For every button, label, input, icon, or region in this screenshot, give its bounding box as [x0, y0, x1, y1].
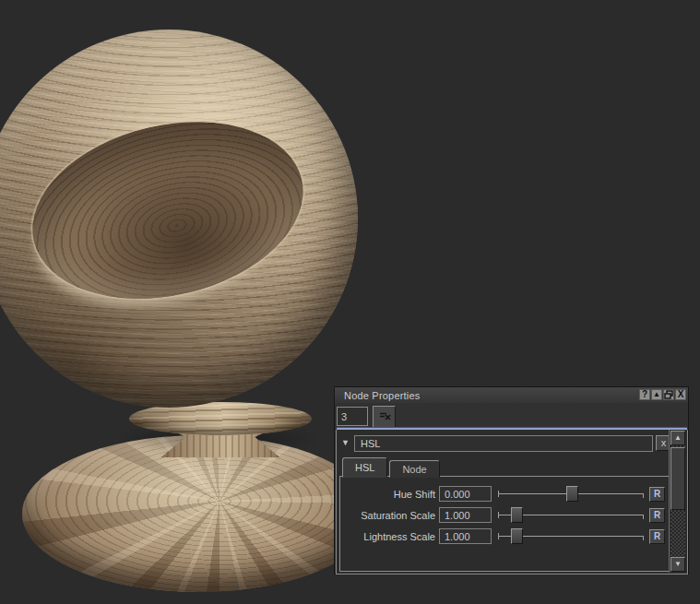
- hue-shift-label: Hue Shift: [340, 489, 435, 500]
- panel-titlebar[interactable]: Node Properties ? ▲ X: [335, 387, 688, 403]
- collapse-up-icon[interactable]: ▲: [651, 389, 662, 400]
- slider-thumb[interactable]: [511, 528, 523, 544]
- lightness-scale-slider[interactable]: [498, 527, 644, 545]
- param-row-saturation-scale: Saturation Scale R: [340, 504, 669, 526]
- hue-shift-reset-button[interactable]: R: [649, 487, 665, 502]
- panel-title: Node Properties: [344, 390, 421, 401]
- preview-sphere-concave-cut: [15, 97, 321, 324]
- node-title-field[interactable]: HSL: [354, 435, 653, 452]
- lightness-scale-reset-button[interactable]: R: [649, 529, 665, 544]
- detach-icon: [378, 410, 391, 424]
- lightness-scale-value-input[interactable]: [439, 528, 492, 544]
- param-row-hue-shift: Hue Shift R: [340, 483, 669, 504]
- scroll-up-icon[interactable]: ▲: [670, 431, 685, 445]
- saturation-scale-slider[interactable]: [498, 506, 644, 524]
- tab-node[interactable]: Node: [389, 460, 439, 478]
- chevron-down-icon[interactable]: ▼: [341, 439, 350, 447]
- node-tabs: HSL Node: [342, 457, 442, 478]
- param-row-lightness-scale: Lightness Scale R: [340, 526, 669, 547]
- titlebar-buttons: ? ▲ X: [639, 389, 686, 400]
- slider-thumb[interactable]: [511, 507, 523, 523]
- node-detach-button[interactable]: [373, 406, 396, 428]
- vertical-scrollbar[interactable]: ▲ ▼: [669, 430, 686, 573]
- lightness-scale-label: Lightness Scale: [340, 531, 435, 542]
- node-properties-panel: Node Properties ? ▲ X ▼ HSL: [334, 386, 689, 574]
- restore-window-icon[interactable]: [663, 389, 674, 400]
- slider-thumb[interactable]: [566, 486, 578, 502]
- saturation-scale-reset-button[interactable]: R: [649, 508, 665, 523]
- hsl-parameters-group: Hue Shift R Saturation Scale R Lightness: [339, 476, 670, 572]
- preview-sphere: [0, 30, 358, 408]
- preview-pedestal-disc: [22, 435, 374, 592]
- scroll-down-icon[interactable]: ▼: [670, 557, 685, 572]
- hue-shift-value-input[interactable]: [439, 486, 492, 502]
- tab-hsl[interactable]: HSL: [342, 457, 387, 478]
- scrollbar-thumb[interactable]: [670, 447, 685, 510]
- selection-highlight-bar: [337, 427, 687, 430]
- node-title-text: HSL: [361, 438, 380, 449]
- saturation-scale-label: Saturation Scale: [340, 510, 435, 521]
- node-index-input[interactable]: [337, 407, 368, 426]
- node-list-area: ▼ HSL x HSL Node Hue Shift R Saturation …: [336, 430, 688, 574]
- hue-shift-slider[interactable]: [498, 485, 644, 503]
- saturation-scale-value-input[interactable]: [439, 507, 492, 523]
- close-icon[interactable]: X: [675, 389, 686, 400]
- help-icon[interactable]: ?: [639, 389, 650, 400]
